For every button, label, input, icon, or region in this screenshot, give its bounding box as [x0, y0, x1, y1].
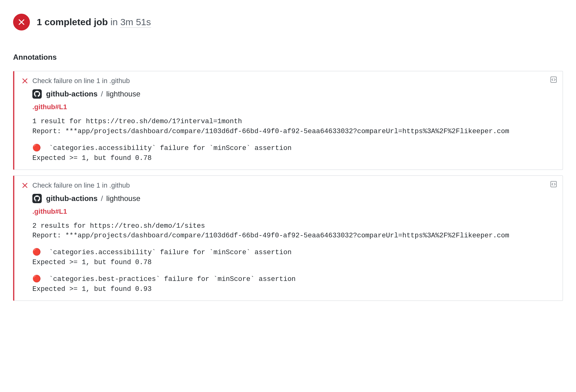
- page-root: 1 completed job in 3m 51s Annotations Ch…: [0, 0, 576, 392]
- annotation-header: Check failure on line 1 in .github: [22, 181, 556, 189]
- annotation-header: Check failure on line 1 in .github: [22, 77, 556, 85]
- svg-rect-1: [551, 181, 556, 187]
- annotation-card: Check failure on line 1 in .github githu…: [13, 175, 563, 301]
- status-failure-badge: [13, 14, 30, 30]
- x-icon: [17, 18, 26, 26]
- annotation-actor: github-actions: [46, 90, 97, 98]
- output-line: 2 results for https://treo.sh/demo/1/sit…: [32, 221, 556, 231]
- view-code-button[interactable]: [550, 76, 557, 83]
- annotation-source: github-actions / lighthouse: [32, 194, 556, 203]
- annotation-source: github-actions / lighthouse: [32, 89, 556, 99]
- annotation-check: lighthouse: [106, 90, 140, 98]
- annotations-heading: Annotations: [13, 53, 563, 62]
- failure-line: 🔴 `categories.accessibility` failure for…: [32, 143, 556, 153]
- output-line: Report: ***app/projects/dashboard/compar…: [32, 127, 556, 137]
- svg-rect-0: [551, 77, 556, 82]
- failure-x-icon: [22, 182, 28, 189]
- github-logo-icon: [32, 194, 42, 203]
- job-summary-title: 1 completed job in 3m 51s: [37, 17, 151, 27]
- failure-x-icon: [22, 78, 28, 84]
- annotation-header-text: Check failure on line 1 in .github: [32, 77, 130, 85]
- annotation-check: lighthouse: [106, 194, 140, 203]
- annotation-actor: github-actions: [46, 194, 97, 203]
- job-summary-header: 1 completed job in 3m 51s: [13, 14, 563, 30]
- view-code-button[interactable]: [550, 181, 557, 188]
- annotation-body: github-actions / lighthouse .github#L1 2…: [22, 194, 556, 294]
- separator: /: [99, 194, 105, 203]
- file-line-link[interactable]: .github#L1: [32, 103, 67, 111]
- expected-line: Expected >= 1, but found 0.78: [32, 258, 556, 268]
- github-logo-icon: [32, 89, 42, 99]
- separator: /: [99, 90, 105, 98]
- duration-label[interactable]: 3m 51s: [120, 17, 151, 28]
- annotation-body: github-actions / lighthouse .github#L1 1…: [22, 89, 556, 163]
- expected-line: Expected >= 1, but found 0.78: [32, 153, 556, 163]
- file-line-link[interactable]: .github#L1: [32, 208, 67, 216]
- failure-line: 🔴 `categories.accessibility` failure for…: [32, 248, 556, 258]
- in-label: in: [111, 17, 118, 27]
- output-line: 1 result for https://treo.sh/demo/1?inte…: [32, 117, 556, 127]
- annotation-output: 2 results for https://treo.sh/demo/1/sit…: [32, 221, 556, 294]
- annotation-card: Check failure on line 1 in .github githu…: [13, 71, 563, 170]
- output-line: Report: ***app/projects/dashboard/compar…: [32, 231, 556, 241]
- annotation-output: 1 result for https://treo.sh/demo/1?inte…: [32, 117, 556, 163]
- completed-jobs-label: 1 completed job: [37, 17, 108, 27]
- expected-line: Expected >= 1, but found 0.93: [32, 284, 556, 294]
- annotation-header-text: Check failure on line 1 in .github: [32, 181, 130, 189]
- failure-line: 🔴 `categories.best-practices` failure fo…: [32, 274, 556, 284]
